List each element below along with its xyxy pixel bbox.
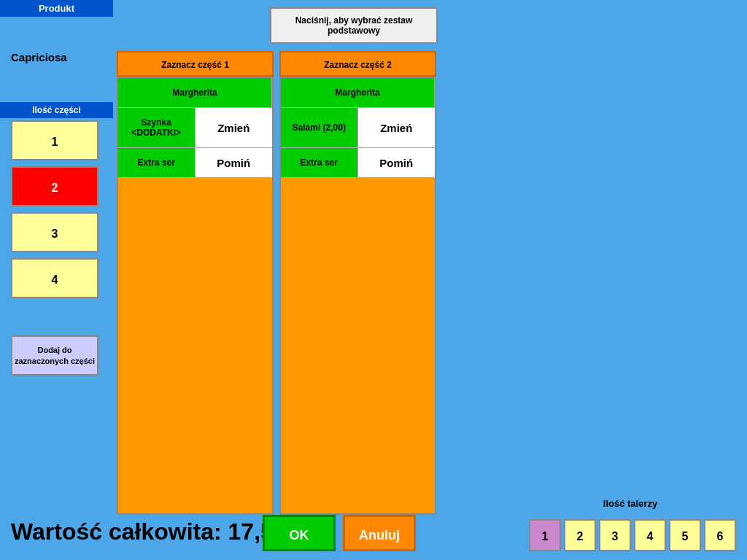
top-bar: Produkt bbox=[0, 0, 113, 17]
right-item-row-2: Salami (2,00) Zmień bbox=[281, 108, 435, 148]
talerzy-button-5[interactable]: 5 bbox=[669, 519, 701, 551]
talerzy-buttons: 1 2 3 4 5 6 bbox=[529, 519, 736, 551]
zaznacz-czesc-2-button[interactable]: Zaznacz część 2 bbox=[279, 51, 436, 77]
talerzy-button-2[interactable]: 2 bbox=[564, 519, 596, 551]
left-items-container: Margherita Szynka <DODATKI> Zmień Extra … bbox=[117, 77, 274, 515]
number-button-3[interactable]: 3 bbox=[11, 212, 98, 252]
product-label: Capriciosa bbox=[11, 51, 67, 63]
talerzy-button-6[interactable]: 6 bbox=[704, 519, 736, 551]
left-item-row-1: Margherita bbox=[118, 78, 272, 108]
ilosc-talerzy-label: Ilość talerzy bbox=[525, 498, 736, 509]
left-item-row-3: Extra ser Pomiń bbox=[118, 148, 272, 178]
panel-right: Zaznacz część 2 Margherita Salami (2,00)… bbox=[279, 51, 436, 515]
zaznacz-czesc-1-button[interactable]: Zaznacz część 1 bbox=[117, 51, 274, 77]
number-button-2[interactable]: 2 bbox=[11, 166, 98, 206]
right-item-row-1: Margherita bbox=[281, 78, 435, 108]
left-item-name-3[interactable]: Extra ser bbox=[118, 148, 196, 177]
left-item-name-1[interactable]: Margherita bbox=[118, 78, 272, 107]
anuluj-button[interactable]: Anuluj bbox=[343, 515, 416, 551]
number-button-4[interactable]: 4 bbox=[11, 258, 98, 298]
panel-left: Zaznacz część 1 Margherita Szynka <DODAT… bbox=[117, 51, 274, 515]
talerzy-button-1[interactable]: 1 bbox=[529, 519, 561, 551]
right-item-name-1[interactable]: Margherita bbox=[281, 78, 435, 107]
right-zmien-button[interactable]: Zmień bbox=[358, 108, 436, 147]
main-prompt: Naciśnij, aby wybrać zestaw podstawowy bbox=[270, 7, 438, 44]
right-items-container: Margherita Salami (2,00) Zmień Extra ser… bbox=[279, 77, 436, 515]
total-label: Wartość całkowita: 17,50 bbox=[11, 518, 287, 545]
right-orange-fill bbox=[281, 178, 435, 513]
left-zmien-button[interactable]: Zmień bbox=[196, 108, 273, 147]
left-item-row-2: Szynka <DODATKI> Zmień bbox=[118, 108, 272, 148]
dodaj-button[interactable]: Dodaj do zaznaczonych części bbox=[11, 335, 98, 376]
right-item-name-2[interactable]: Salami (2,00) bbox=[281, 108, 358, 147]
ok-button[interactable]: OK bbox=[263, 515, 336, 551]
right-pomin-button[interactable]: Pomiń bbox=[358, 148, 436, 177]
talerzy-button-4[interactable]: 4 bbox=[634, 519, 666, 551]
number-button-1[interactable]: 1 bbox=[11, 120, 98, 160]
right-item-row-3: Extra ser Pomiń bbox=[281, 148, 435, 178]
left-orange-fill bbox=[118, 178, 272, 513]
talerzy-button-3[interactable]: 3 bbox=[599, 519, 631, 551]
right-item-name-3[interactable]: Extra ser bbox=[281, 148, 358, 177]
left-pomin-button[interactable]: Pomiń bbox=[196, 148, 273, 177]
left-item-name-2[interactable]: Szynka <DODATKI> bbox=[118, 108, 196, 147]
ilosc-czesci-header: Ilość części bbox=[0, 102, 113, 118]
